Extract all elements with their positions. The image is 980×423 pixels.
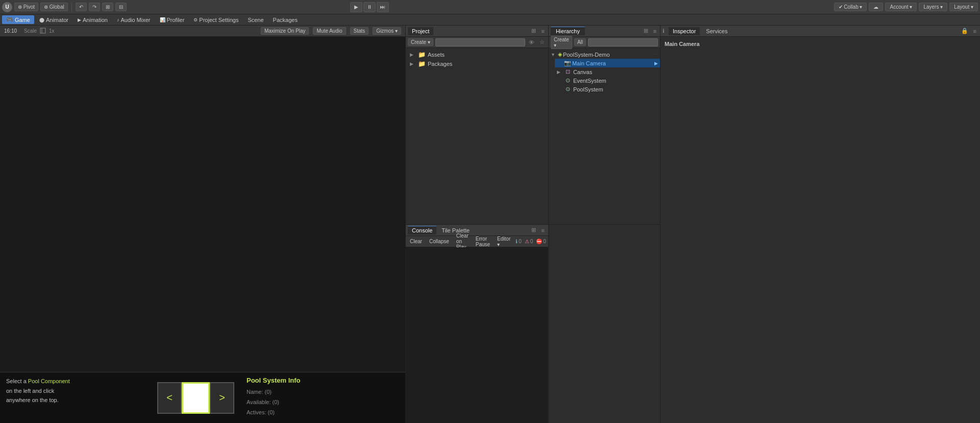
- anywhere-text: anywhere on the top.: [6, 397, 59, 403]
- scene-options-icon[interactable]: ⋯: [653, 52, 658, 57]
- project-item-assets[interactable]: ▶ 📁 Assets: [406, 50, 548, 59]
- transform-tool[interactable]: ⊟: [115, 3, 127, 11]
- hierarchy-create-button[interactable]: Create ▾: [551, 36, 572, 49]
- clear-button[interactable]: Clear: [408, 238, 424, 245]
- assets-folder-icon: 📁: [418, 51, 426, 58]
- hierarchy-toolbar: Create ▾ All: [549, 37, 660, 48]
- tab-inspector[interactable]: Inspector: [669, 27, 700, 35]
- project-eye-icon[interactable]: 👁: [527, 39, 536, 46]
- scale-label: Scale: [24, 28, 37, 34]
- hier-item-canvas[interactable]: ▶ ⊡ Canvas: [555, 67, 660, 76]
- active-slot[interactable]: [182, 382, 210, 414]
- canvas-label: Canvas: [573, 69, 592, 75]
- gizmos-btn[interactable]: Gizmos ▾: [373, 27, 401, 35]
- tab-services[interactable]: Services: [702, 27, 731, 35]
- poolsystem-icon: ⊙: [564, 86, 572, 92]
- camera-icon: 📷: [564, 60, 571, 66]
- console-lock-icon[interactable]: ⊞: [530, 226, 537, 234]
- info-icon: ℹ: [516, 239, 518, 244]
- eventsystem-icon: ⊙: [564, 77, 572, 84]
- undo-icon: ↶: [79, 4, 83, 10]
- redo-button[interactable]: ↷: [89, 3, 100, 11]
- cloud-button[interactable]: ☁: [869, 3, 883, 11]
- hierarchy-all-button[interactable]: All: [574, 38, 586, 46]
- collab-button[interactable]: ✔ Collab ▾: [834, 3, 867, 11]
- inspector-lock-icon[interactable]: 🔒: [960, 27, 970, 35]
- prev-button[interactable]: <: [157, 382, 182, 414]
- hierarchy-column: Hierarchy ⊞ ≡ Create ▾ All ▼ ◈ PoolSyste…: [549, 26, 660, 423]
- global-button[interactable]: ⊕ Global: [40, 3, 68, 11]
- account-button[interactable]: Account ▾: [885, 3, 917, 11]
- on-left-text: on the left and click: [6, 388, 54, 394]
- pool-component-link[interactable]: Pool Component: [28, 378, 70, 384]
- pause-button[interactable]: ⏸: [363, 2, 376, 12]
- pool-component-info: Select a Pool Component on the left and …: [0, 372, 153, 423]
- hierarchy-panel: Hierarchy ⊞ ≡ Create ▾ All ▼ ◈ PoolSyste…: [549, 26, 660, 225]
- mute-audio-btn[interactable]: Mute Audio: [313, 27, 346, 35]
- warning-icon: ⚠: [525, 239, 529, 244]
- console-menu-icon[interactable]: ≡: [540, 227, 546, 234]
- hierarchy-tabs: Hierarchy ⊞ ≡: [549, 26, 660, 37]
- play-button[interactable]: ▶: [350, 2, 362, 12]
- inspector-menu-icon[interactable]: ≡: [972, 28, 978, 35]
- select-tool[interactable]: ⊞: [102, 3, 113, 11]
- editor-dropdown-button[interactable]: Editor ▾: [495, 236, 512, 248]
- menu-animator[interactable]: ⬤ Animator: [35, 16, 72, 24]
- audio-icon: ♪: [117, 17, 119, 22]
- project-lock-icon[interactable]: ⊞: [530, 27, 537, 35]
- scene-arrow: ▼: [551, 52, 557, 57]
- pool-system-info-title: Pool System Info: [247, 377, 397, 384]
- pivot-button[interactable]: ⊕ Pivot: [14, 3, 38, 11]
- stats-btn[interactable]: Stats: [350, 27, 369, 35]
- hierarchy-menu-icon[interactable]: ≡: [652, 28, 658, 35]
- separator-1: [71, 3, 72, 12]
- project-content: ▶ 📁 Assets ▶ 📁 Packages: [406, 48, 548, 224]
- console-content: [406, 247, 548, 423]
- hier-item-pool-system[interactable]: ⊙ PoolSystem: [555, 85, 660, 93]
- poolsystem-label: PoolSystem: [573, 86, 603, 92]
- tab-project[interactable]: Project: [408, 27, 433, 35]
- play-controls: ▶ ⏸ ⏭: [350, 2, 389, 12]
- hier-item-event-system[interactable]: ⊙ EventSystem: [555, 76, 660, 85]
- project-item-packages[interactable]: ▶ 📁 Packages: [406, 59, 548, 68]
- collapse-button[interactable]: Collapse: [427, 238, 451, 245]
- game-panel-toolbar: 16:10 Scale 1x Maximize On Play Mute Aud…: [0, 26, 405, 37]
- menu-animation[interactable]: ▶ Animation: [74, 16, 112, 24]
- undo-button[interactable]: ↶: [76, 3, 87, 11]
- project-panel-icons: ⊞ ≡: [530, 27, 546, 35]
- step-button[interactable]: ⏭: [377, 2, 389, 12]
- hierarchy-lock-icon[interactable]: ⊞: [642, 27, 650, 35]
- layout-button[interactable]: Layout ▾: [949, 3, 978, 11]
- game-viewport[interactable]: [0, 37, 405, 372]
- hier-item-main-camera[interactable]: 📷 Main Camera ▶: [555, 59, 660, 67]
- assets-arrow: ▶: [410, 52, 416, 57]
- camera-arrow-right-icon[interactable]: ▶: [654, 61, 658, 66]
- settings-icon: ⚙: [193, 17, 198, 22]
- select-icon: ⊞: [106, 4, 110, 10]
- project-star-icon[interactable]: ☆: [538, 38, 546, 46]
- project-menu-icon[interactable]: ≡: [540, 28, 546, 35]
- tab-hierarchy[interactable]: Hierarchy: [551, 27, 585, 35]
- layers-button[interactable]: Layers ▾: [919, 3, 947, 11]
- error-pause-button[interactable]: Error Pause: [474, 236, 492, 248]
- menu-packages[interactable]: Packages: [269, 16, 302, 24]
- top-toolbar: U ⊕ Pivot ⊕ Global ↶ ↷ ⊞ ⊟ ▶ ⏸ ⏭ ✔ Colla…: [0, 0, 980, 14]
- menu-game[interactable]: 🎮 Game: [2, 15, 34, 24]
- pool-actives-row: Actives: (0): [247, 408, 397, 418]
- project-create-button[interactable]: Create ▾: [408, 38, 433, 46]
- tab-console[interactable]: Console: [408, 226, 436, 234]
- project-search-input[interactable]: [435, 38, 525, 46]
- menu-profiler[interactable]: 📊 Profiler: [156, 16, 189, 24]
- select-prefix-text: Select a: [6, 378, 27, 384]
- menu-scene[interactable]: Scene: [243, 16, 267, 24]
- next-button[interactable]: >: [210, 382, 234, 414]
- scale-value: 1x: [49, 28, 55, 34]
- inspector-content: Main Camera: [660, 37, 980, 423]
- menu-audio-mixer[interactable]: ♪ Audio Mixer: [113, 16, 155, 24]
- hierarchy-search-input[interactable]: [588, 38, 658, 46]
- main-layout: 16:10 Scale 1x Maximize On Play Mute Aud…: [0, 26, 980, 423]
- hier-item-scene[interactable]: ▼ ◈ PoolSystem-Demo ⋯: [549, 50, 660, 59]
- play-icon: ▶: [354, 4, 358, 10]
- maximize-on-play-btn[interactable]: Maximize On Play: [261, 27, 309, 35]
- menu-project-settings[interactable]: ⚙ Project Settings: [189, 16, 242, 24]
